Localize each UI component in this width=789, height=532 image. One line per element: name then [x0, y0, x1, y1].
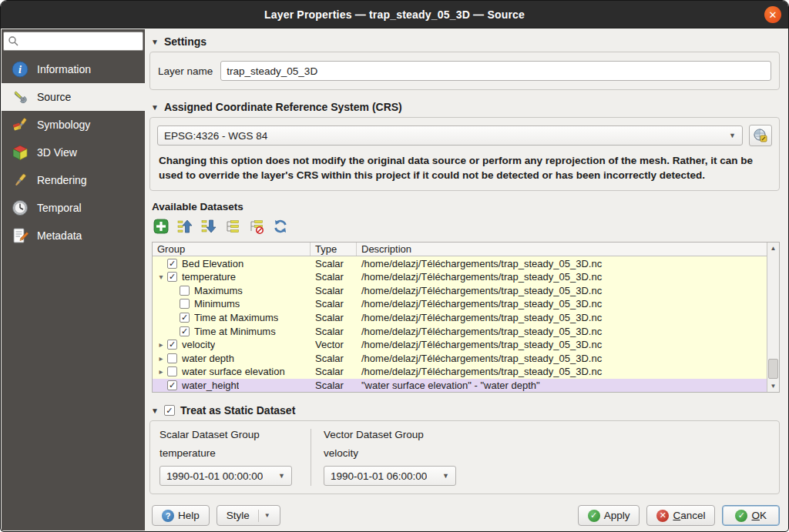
sidebar-item-symbology[interactable]: Symbology: [2, 111, 145, 139]
symbology-brush-icon: [11, 115, 29, 134]
help-button[interactable]: ? Help: [152, 505, 210, 526]
scalar-time-select[interactable]: 1990-01-01 00:00:00 ▼: [159, 466, 292, 486]
dataset-description: /home/delazj/Téléchargements/trap_steady…: [357, 258, 767, 269]
dataset-description: /home/delazj/Téléchargements/trap_steady…: [357, 312, 767, 323]
table-row[interactable]: ▸✓velocityVector/home/delazj/Téléchargem…: [153, 338, 767, 352]
apply-button[interactable]: ✓ Apply: [578, 505, 640, 526]
crs-heading[interactable]: ▼ Assigned Coordinate Reference System (…: [151, 101, 780, 113]
sidebar: i Information Source: [2, 29, 145, 530]
cancel-button[interactable]: ✕ Cancel: [646, 505, 715, 526]
sidebar-item-label: Source: [37, 91, 71, 103]
dataset-group-name: water depth: [182, 353, 234, 364]
expander-icon[interactable]: ▸: [155, 340, 167, 349]
crs-select[interactable]: EPSG:4326 - WGS 84 ▼: [157, 125, 743, 146]
sidebar-item-rendering[interactable]: Rendering: [2, 166, 145, 194]
dataset-checkbox[interactable]: [180, 286, 190, 296]
dataset-group-name: Time at Maximums: [194, 312, 278, 323]
source-panel: ▼ Settings Layer name ▼ Assigned Coordin…: [145, 29, 787, 530]
table-row[interactable]: ✓Bed ElevationScalar/home/delazj/Télécha…: [153, 256, 767, 270]
move-down-button[interactable]: [200, 217, 218, 236]
sidebar-item-source[interactable]: Source: [2, 83, 145, 111]
sidebar-item-label: Symbology: [37, 119, 90, 131]
dataset-checkbox[interactable]: ✓: [167, 259, 177, 269]
rendering-brush-icon: [11, 171, 29, 189]
expander-icon[interactable]: ▾: [155, 273, 167, 281]
dataset-type: Scalar: [311, 312, 357, 323]
dataset-checkbox[interactable]: ✓: [167, 340, 177, 350]
column-header-type[interactable]: Type: [311, 243, 357, 256]
table-row[interactable]: MinimumsScalar/home/delazj/Téléchargemen…: [153, 297, 767, 311]
expander-icon[interactable]: ▸: [155, 367, 167, 376]
dataset-type: Scalar: [311, 258, 357, 269]
scroll-up-icon[interactable]: ▲: [767, 243, 779, 254]
expander-icon[interactable]: ▸: [155, 354, 167, 363]
dataset-type: Scalar: [311, 366, 357, 377]
style-button-label: Style: [227, 510, 250, 521]
dataset-description: /home/delazj/Téléchargements/trap_steady…: [357, 339, 767, 350]
search-input[interactable]: [3, 32, 143, 51]
scroll-down-icon[interactable]: ▼: [767, 380, 779, 392]
refresh-button[interactable]: [271, 217, 290, 236]
info-icon: i: [11, 60, 29, 79]
window-title: Layer Properties — trap_steady_05_3D — S…: [264, 8, 525, 21]
vector-group-name: velocity: [324, 447, 456, 459]
svg-text:i: i: [18, 64, 22, 75]
table-scrollbar[interactable]: ▲ ▼: [767, 243, 779, 392]
settings-heading[interactable]: ▼ Settings: [151, 35, 780, 48]
dataset-checkbox[interactable]: [167, 353, 177, 363]
close-button[interactable]: ✕: [764, 6, 781, 23]
sidebar-item-temporal[interactable]: Temporal: [2, 194, 145, 222]
move-up-button[interactable]: [176, 217, 194, 236]
refresh-icon: [273, 219, 288, 234]
dataset-group-name: water_height: [182, 380, 239, 391]
dataset-checkbox[interactable]: ✓: [167, 272, 177, 282]
close-icon: ✕: [769, 9, 777, 21]
select-crs-button[interactable]: [749, 125, 772, 146]
column-header-description[interactable]: Description: [357, 243, 779, 256]
add-dataset-button[interactable]: [152, 217, 170, 236]
static-dataset-heading[interactable]: ▼ ✓ Treat as Static Dataset: [151, 404, 780, 417]
tree-collapse-icon: [249, 219, 264, 234]
apply-check-icon: ✓: [588, 510, 600, 522]
dataset-checkbox[interactable]: ✓: [180, 313, 190, 323]
available-datasets-label: Available Datasets: [152, 201, 780, 212]
dataset-checkbox[interactable]: [180, 299, 190, 309]
layer-name-input[interactable]: [220, 61, 771, 81]
style-dropdown-button[interactable]: Style ▼: [217, 505, 280, 526]
vector-time-select[interactable]: 1990-01-01 06:00:00 ▼: [324, 466, 456, 486]
title-bar[interactable]: Layer Properties — trap_steady_05_3D — S…: [1, 1, 788, 28]
sidebar-item-label: Metadata: [37, 229, 82, 242]
sidebar-item-information[interactable]: i Information: [2, 55, 145, 83]
scrollbar-track[interactable]: [767, 254, 779, 380]
dataset-checkbox[interactable]: ✓: [180, 326, 190, 336]
expand-all-button[interactable]: [223, 217, 242, 236]
sidebar-item-label: 3D View: [37, 146, 77, 159]
tree-expand-icon: [225, 219, 240, 234]
layer-properties-dialog: Layer Properties — trap_steady_05_3D — S…: [0, 0, 789, 532]
dataset-type: Scalar: [311, 353, 357, 364]
datasets-toolbar: [152, 217, 780, 236]
dataset-group-name: velocity: [182, 339, 215, 350]
dataset-checkbox[interactable]: ✓: [167, 380, 177, 390]
table-row[interactable]: MaximumsScalar/home/delazj/Téléchargemen…: [153, 284, 767, 298]
table-row[interactable]: ▾✓temperatureScalar/home/delazj/Téléchar…: [153, 270, 767, 284]
collapse-triangle-icon: ▼: [151, 103, 159, 112]
scrollbar-thumb[interactable]: [768, 359, 778, 379]
table-row[interactable]: ▸water depthScalar/home/delazj/Télécharg…: [153, 351, 767, 365]
table-row[interactable]: ✓Time at MaximumsScalar/home/delazj/Télé…: [153, 311, 767, 325]
globe-edit-icon: [753, 128, 768, 143]
ok-button[interactable]: ✓ OK: [722, 505, 780, 526]
table-row[interactable]: ✓Time at MinimumsScalar/home/delazj/Télé…: [153, 324, 767, 338]
sidebar-item-3d-view[interactable]: 3D View: [2, 139, 145, 166]
ok-check-icon: ✓: [735, 510, 747, 522]
collapse-all-button[interactable]: [247, 217, 266, 236]
static-dataset-checkbox[interactable]: ✓: [164, 405, 175, 416]
dataset-checkbox[interactable]: [167, 366, 177, 376]
sidebar-item-metadata[interactable]: Metadata: [2, 222, 145, 249]
column-header-group[interactable]: Group: [153, 243, 311, 256]
crs-note: Changing this option does not modify the…: [157, 153, 772, 182]
dataset-type: Scalar: [311, 326, 357, 337]
table-row[interactable]: ✓water_heightScalar"water surface elevat…: [153, 379, 767, 393]
table-row[interactable]: ▸water surface elevationScalar/home/dela…: [153, 365, 767, 379]
crs-heading-label: Assigned Coordinate Reference System (CR…: [164, 101, 402, 113]
